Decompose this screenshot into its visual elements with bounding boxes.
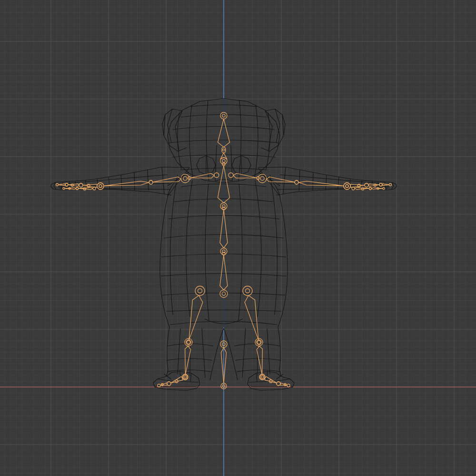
bone-foot-r-head-joint-inner[interactable]: [261, 376, 263, 378]
bone-thigh-head-joint-inner[interactable]: [198, 289, 202, 293]
bone-clavicle-head-joint[interactable]: [214, 173, 219, 178]
bone-finger-b2-r-tail-joint[interactable]: [383, 188, 385, 189]
bone-thigh-head-joint[interactable]: [195, 286, 205, 296]
mesh-torso-longitudes: [170, 175, 209, 320]
mesh-outer-leg: [166, 327, 169, 377]
mesh-outer-leg: [278, 327, 281, 377]
viewport-canvas[interactable]: [0, 0, 476, 476]
bone-toe-head-joint[interactable]: [167, 382, 171, 386]
bone-foot-head-joint-inner[interactable]: [184, 376, 186, 378]
bone-minor-joint[interactable]: [377, 188, 379, 189]
bone-thigh-r-head-joint-inner[interactable]: [246, 289, 250, 293]
mesh-arm-top-edge: [56, 167, 189, 182]
mesh-muzzle-cheek: [197, 156, 216, 175]
grid: [0, 0, 476, 476]
bone-toe-r-head-joint[interactable]: [277, 382, 280, 386]
mesh-arm-top-edge: [258, 167, 392, 182]
bone-thigh-r-head-joint[interactable]: [243, 286, 252, 296]
mesh-torso-longitudes: [238, 175, 277, 320]
bone-clavicle-r-head-joint[interactable]: [228, 173, 233, 178]
axis-lines: [0, 0, 476, 476]
3d-viewport[interactable]: [0, 0, 476, 476]
bone-finger-b2-tail-joint[interactable]: [63, 188, 65, 189]
bone-minor-joint[interactable]: [69, 188, 70, 189]
mesh-muzzle-cheek: [232, 156, 251, 175]
